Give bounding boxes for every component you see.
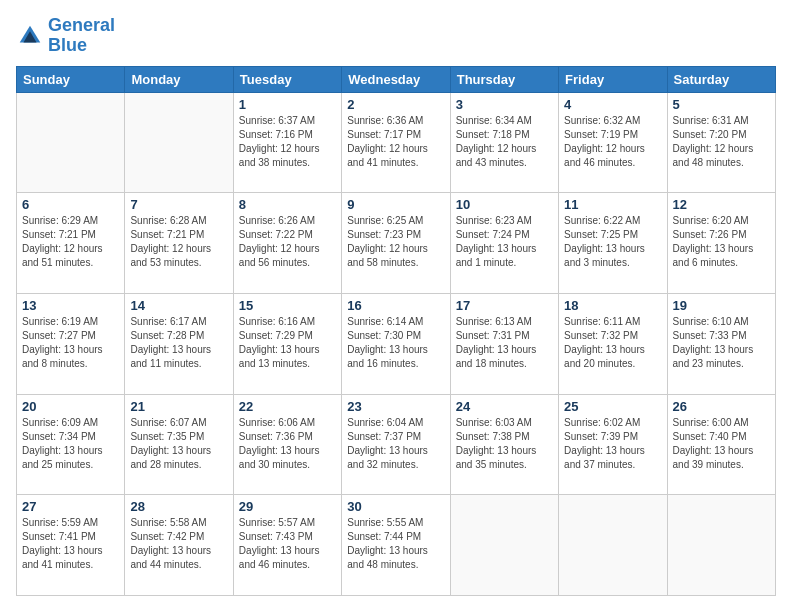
calendar-day-cell: 8Sunrise: 6:26 AM Sunset: 7:22 PM Daylig…: [233, 193, 341, 294]
day-info: Sunrise: 6:16 AM Sunset: 7:29 PM Dayligh…: [239, 315, 336, 371]
day-info: Sunrise: 6:13 AM Sunset: 7:31 PM Dayligh…: [456, 315, 553, 371]
calendar-week-row: 27Sunrise: 5:59 AM Sunset: 7:41 PM Dayli…: [17, 495, 776, 596]
weekday-header-cell: Friday: [559, 66, 667, 92]
day-info: Sunrise: 6:17 AM Sunset: 7:28 PM Dayligh…: [130, 315, 227, 371]
day-info: Sunrise: 6:14 AM Sunset: 7:30 PM Dayligh…: [347, 315, 444, 371]
day-number: 22: [239, 399, 336, 414]
calendar-day-cell: 1Sunrise: 6:37 AM Sunset: 7:16 PM Daylig…: [233, 92, 341, 193]
day-info: Sunrise: 6:29 AM Sunset: 7:21 PM Dayligh…: [22, 214, 119, 270]
weekday-header-cell: Tuesday: [233, 66, 341, 92]
logo: General Blue: [16, 16, 115, 56]
day-number: 25: [564, 399, 661, 414]
day-number: 2: [347, 97, 444, 112]
calendar-day-cell: 5Sunrise: 6:31 AM Sunset: 7:20 PM Daylig…: [667, 92, 775, 193]
calendar-day-cell: 9Sunrise: 6:25 AM Sunset: 7:23 PM Daylig…: [342, 193, 450, 294]
day-number: 27: [22, 499, 119, 514]
calendar-day-cell: 23Sunrise: 6:04 AM Sunset: 7:37 PM Dayli…: [342, 394, 450, 495]
calendar-day-cell: 14Sunrise: 6:17 AM Sunset: 7:28 PM Dayli…: [125, 293, 233, 394]
day-number: 9: [347, 197, 444, 212]
weekday-header-cell: Wednesday: [342, 66, 450, 92]
day-info: Sunrise: 6:00 AM Sunset: 7:40 PM Dayligh…: [673, 416, 770, 472]
day-info: Sunrise: 5:59 AM Sunset: 7:41 PM Dayligh…: [22, 516, 119, 572]
day-info: Sunrise: 6:10 AM Sunset: 7:33 PM Dayligh…: [673, 315, 770, 371]
day-number: 3: [456, 97, 553, 112]
day-info: Sunrise: 6:37 AM Sunset: 7:16 PM Dayligh…: [239, 114, 336, 170]
day-number: 19: [673, 298, 770, 313]
day-info: Sunrise: 6:06 AM Sunset: 7:36 PM Dayligh…: [239, 416, 336, 472]
day-info: Sunrise: 6:25 AM Sunset: 7:23 PM Dayligh…: [347, 214, 444, 270]
day-info: Sunrise: 6:20 AM Sunset: 7:26 PM Dayligh…: [673, 214, 770, 270]
day-number: 13: [22, 298, 119, 313]
header: General Blue: [16, 16, 776, 56]
calendar-day-cell: 24Sunrise: 6:03 AM Sunset: 7:38 PM Dayli…: [450, 394, 558, 495]
day-number: 12: [673, 197, 770, 212]
day-info: Sunrise: 5:55 AM Sunset: 7:44 PM Dayligh…: [347, 516, 444, 572]
calendar-week-row: 6Sunrise: 6:29 AM Sunset: 7:21 PM Daylig…: [17, 193, 776, 294]
day-number: 11: [564, 197, 661, 212]
day-number: 16: [347, 298, 444, 313]
day-info: Sunrise: 6:03 AM Sunset: 7:38 PM Dayligh…: [456, 416, 553, 472]
day-info: Sunrise: 6:19 AM Sunset: 7:27 PM Dayligh…: [22, 315, 119, 371]
calendar-day-cell: 6Sunrise: 6:29 AM Sunset: 7:21 PM Daylig…: [17, 193, 125, 294]
logo-text: General Blue: [48, 16, 115, 56]
weekday-header-cell: Monday: [125, 66, 233, 92]
calendar-day-cell: 21Sunrise: 6:07 AM Sunset: 7:35 PM Dayli…: [125, 394, 233, 495]
day-number: 26: [673, 399, 770, 414]
day-info: Sunrise: 5:57 AM Sunset: 7:43 PM Dayligh…: [239, 516, 336, 572]
day-info: Sunrise: 6:32 AM Sunset: 7:19 PM Dayligh…: [564, 114, 661, 170]
day-number: 28: [130, 499, 227, 514]
calendar-day-cell: 22Sunrise: 6:06 AM Sunset: 7:36 PM Dayli…: [233, 394, 341, 495]
day-info: Sunrise: 5:58 AM Sunset: 7:42 PM Dayligh…: [130, 516, 227, 572]
day-info: Sunrise: 6:26 AM Sunset: 7:22 PM Dayligh…: [239, 214, 336, 270]
calendar-day-cell: 26Sunrise: 6:00 AM Sunset: 7:40 PM Dayli…: [667, 394, 775, 495]
calendar-day-cell: 3Sunrise: 6:34 AM Sunset: 7:18 PM Daylig…: [450, 92, 558, 193]
day-number: 17: [456, 298, 553, 313]
day-info: Sunrise: 6:02 AM Sunset: 7:39 PM Dayligh…: [564, 416, 661, 472]
calendar-day-cell: 7Sunrise: 6:28 AM Sunset: 7:21 PM Daylig…: [125, 193, 233, 294]
weekday-header-cell: Saturday: [667, 66, 775, 92]
calendar-day-cell: 11Sunrise: 6:22 AM Sunset: 7:25 PM Dayli…: [559, 193, 667, 294]
calendar-week-row: 1Sunrise: 6:37 AM Sunset: 7:16 PM Daylig…: [17, 92, 776, 193]
page: General Blue SundayMondayTuesdayWednesda…: [0, 0, 792, 612]
day-info: Sunrise: 6:09 AM Sunset: 7:34 PM Dayligh…: [22, 416, 119, 472]
day-number: 4: [564, 97, 661, 112]
calendar-day-cell: [450, 495, 558, 596]
calendar-day-cell: 27Sunrise: 5:59 AM Sunset: 7:41 PM Dayli…: [17, 495, 125, 596]
calendar-day-cell: [17, 92, 125, 193]
calendar-day-cell: 12Sunrise: 6:20 AM Sunset: 7:26 PM Dayli…: [667, 193, 775, 294]
calendar-table: SundayMondayTuesdayWednesdayThursdayFrid…: [16, 66, 776, 596]
calendar-body: 1Sunrise: 6:37 AM Sunset: 7:16 PM Daylig…: [17, 92, 776, 595]
day-number: 15: [239, 298, 336, 313]
day-info: Sunrise: 6:31 AM Sunset: 7:20 PM Dayligh…: [673, 114, 770, 170]
day-info: Sunrise: 6:11 AM Sunset: 7:32 PM Dayligh…: [564, 315, 661, 371]
calendar-day-cell: 20Sunrise: 6:09 AM Sunset: 7:34 PM Dayli…: [17, 394, 125, 495]
calendar-week-row: 20Sunrise: 6:09 AM Sunset: 7:34 PM Dayli…: [17, 394, 776, 495]
calendar-day-cell: 10Sunrise: 6:23 AM Sunset: 7:24 PM Dayli…: [450, 193, 558, 294]
calendar-day-cell: 16Sunrise: 6:14 AM Sunset: 7:30 PM Dayli…: [342, 293, 450, 394]
day-info: Sunrise: 6:22 AM Sunset: 7:25 PM Dayligh…: [564, 214, 661, 270]
day-info: Sunrise: 6:28 AM Sunset: 7:21 PM Dayligh…: [130, 214, 227, 270]
day-number: 24: [456, 399, 553, 414]
calendar-day-cell: 2Sunrise: 6:36 AM Sunset: 7:17 PM Daylig…: [342, 92, 450, 193]
day-number: 10: [456, 197, 553, 212]
calendar-day-cell: 25Sunrise: 6:02 AM Sunset: 7:39 PM Dayli…: [559, 394, 667, 495]
day-number: 5: [673, 97, 770, 112]
calendar-day-cell: [667, 495, 775, 596]
calendar-day-cell: 30Sunrise: 5:55 AM Sunset: 7:44 PM Dayli…: [342, 495, 450, 596]
calendar-day-cell: 13Sunrise: 6:19 AM Sunset: 7:27 PM Dayli…: [17, 293, 125, 394]
day-number: 20: [22, 399, 119, 414]
day-number: 1: [239, 97, 336, 112]
calendar-day-cell: 4Sunrise: 6:32 AM Sunset: 7:19 PM Daylig…: [559, 92, 667, 193]
day-info: Sunrise: 6:07 AM Sunset: 7:35 PM Dayligh…: [130, 416, 227, 472]
day-number: 23: [347, 399, 444, 414]
day-info: Sunrise: 6:04 AM Sunset: 7:37 PM Dayligh…: [347, 416, 444, 472]
calendar-day-cell: 29Sunrise: 5:57 AM Sunset: 7:43 PM Dayli…: [233, 495, 341, 596]
calendar-day-cell: [559, 495, 667, 596]
day-number: 7: [130, 197, 227, 212]
day-number: 30: [347, 499, 444, 514]
calendar-day-cell: 19Sunrise: 6:10 AM Sunset: 7:33 PM Dayli…: [667, 293, 775, 394]
calendar-week-row: 13Sunrise: 6:19 AM Sunset: 7:27 PM Dayli…: [17, 293, 776, 394]
day-number: 21: [130, 399, 227, 414]
calendar-day-cell: 28Sunrise: 5:58 AM Sunset: 7:42 PM Dayli…: [125, 495, 233, 596]
day-number: 14: [130, 298, 227, 313]
